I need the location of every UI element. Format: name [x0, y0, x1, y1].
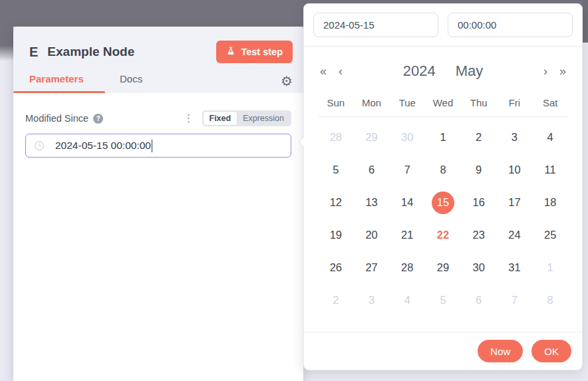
calendar-day[interactable]: 15 — [425, 186, 461, 219]
day-name: Thu — [461, 97, 497, 108]
ok-button[interactable]: OK — [531, 340, 571, 362]
calendar-day[interactable]: 22 — [425, 219, 461, 251]
calendar-day[interactable]: 5 — [425, 284, 461, 317]
now-button[interactable]: Now — [478, 340, 523, 362]
test-step-label: Test step — [241, 47, 283, 57]
parameters-area: Modified Since ? ⋮ Fixed Expression 2024… — [13, 93, 303, 158]
calendar-day[interactable]: 1 — [532, 251, 568, 284]
calendar-day[interactable]: 13 — [354, 186, 390, 219]
calendar-day[interactable]: 29 — [354, 121, 390, 154]
calendar-day[interactable]: 1 — [425, 121, 461, 154]
calendar-day[interactable]: 2 — [318, 284, 354, 317]
picker-date-input[interactable] — [313, 13, 438, 37]
toggle-fixed[interactable]: Fixed — [204, 112, 237, 125]
parameter-header: Modified Since ? ⋮ Fixed Expression — [25, 110, 291, 126]
calendar-day[interactable]: 30 — [461, 251, 497, 284]
calendar-day[interactable]: 26 — [318, 251, 354, 284]
parameter-controls: ⋮ Fixed Expression — [182, 110, 292, 126]
calendar-day[interactable]: 3 — [354, 284, 390, 317]
day-name: Sat — [532, 97, 568, 108]
test-step-button[interactable]: Test step — [216, 41, 293, 63]
clock-icon — [34, 140, 45, 151]
tab-docs[interactable]: Docs — [120, 73, 142, 93]
picker-footer: Now OK — [304, 332, 582, 370]
calendar-day[interactable]: 2 — [461, 121, 497, 154]
canvas-overlay-right — [583, 0, 588, 43]
tab-parameters[interactable]: Parameters — [13, 73, 105, 93]
calendar-day[interactable]: 4 — [532, 121, 568, 154]
calendar-day[interactable]: 7 — [389, 154, 425, 186]
picker-nav: « ‹ 2024 May › » — [304, 47, 582, 88]
calendar-day[interactable]: 19 — [318, 219, 354, 251]
calendar-day[interactable]: 21 — [389, 219, 425, 251]
node-detail-panel: E Example Node Test step Parameters Docs… — [13, 27, 303, 381]
calendar-day[interactable]: 12 — [318, 186, 354, 219]
text-caret — [152, 140, 153, 152]
day-name: Mon — [354, 97, 390, 108]
calendar-day[interactable]: 25 — [532, 219, 568, 251]
day-name: Sun — [318, 97, 354, 108]
canvas-overlay-left — [0, 27, 13, 61]
node-icon: E — [29, 45, 38, 60]
calendar-day[interactable]: 7 — [497, 284, 533, 317]
day-name: Tue — [389, 97, 425, 108]
calendar-grid: 2829301234567891011121314151617181920212… — [304, 117, 582, 317]
help-icon[interactable]: ? — [93, 114, 103, 124]
calendar-day[interactable]: 5 — [318, 154, 354, 186]
calendar-day[interactable]: 18 — [532, 186, 568, 219]
parameter-label: Modified Since — [25, 113, 88, 124]
calendar-day[interactable]: 20 — [354, 219, 390, 251]
calendar-day[interactable]: 30 — [389, 121, 425, 154]
tabs-row: Parameters Docs ⚙ — [13, 73, 303, 93]
calendar-day[interactable]: 8 — [425, 154, 461, 186]
calendar-day[interactable]: 6 — [461, 284, 497, 317]
options-kebab-icon[interactable]: ⋮ — [182, 112, 196, 125]
datetime-value: 2024-05-15 00:00:00 — [55, 140, 151, 152]
calendar-day[interactable]: 9 — [461, 154, 497, 186]
calendar-day[interactable]: 24 — [497, 219, 533, 251]
nav-center: 2024 May — [343, 63, 543, 80]
node-title: Example Node — [47, 45, 216, 59]
calendar-day[interactable]: 28 — [389, 251, 425, 284]
next-year-icon[interactable]: » — [559, 65, 566, 77]
nav-year-label[interactable]: 2024 — [403, 63, 436, 79]
nav-month-label[interactable]: May — [456, 63, 484, 79]
calendar-day[interactable]: 14 — [389, 186, 425, 219]
calendar-day[interactable]: 16 — [461, 186, 497, 219]
node-title-row: E Example Node Test step — [13, 40, 303, 64]
calendar-day[interactable]: 3 — [497, 121, 533, 154]
calendar-day-names: SunMonTueWedThuFriSat — [304, 88, 582, 116]
day-name: Wed — [425, 97, 461, 108]
calendar-day[interactable]: 8 — [532, 284, 568, 317]
calendar-day[interactable]: 6 — [354, 154, 390, 186]
calendar-day[interactable]: 10 — [497, 154, 533, 186]
flask-icon — [226, 46, 235, 58]
calendar-day[interactable]: 27 — [354, 251, 390, 284]
next-month-icon[interactable]: › — [543, 65, 547, 77]
node-header: E Example Node Test step Parameters Docs… — [13, 27, 303, 93]
prev-year-icon[interactable]: « — [320, 65, 327, 77]
calendar-day[interactable]: 4 — [389, 284, 425, 317]
calendar-day[interactable]: 29 — [425, 251, 461, 284]
picker-time-input[interactable] — [448, 13, 573, 37]
calendar-day[interactable]: 23 — [461, 219, 497, 251]
day-name: Fri — [497, 97, 533, 108]
toggle-expression[interactable]: Expression — [237, 112, 290, 125]
calendar-day[interactable]: 28 — [318, 121, 354, 154]
gear-icon[interactable]: ⚙ — [281, 74, 303, 93]
datetime-input[interactable]: 2024-05-15 00:00:00 — [25, 134, 291, 158]
fixed-expression-toggle: Fixed Expression — [202, 110, 292, 126]
calendar-day[interactable]: 11 — [532, 154, 568, 186]
picker-inputs-row — [304, 4, 582, 47]
calendar-day[interactable]: 31 — [497, 251, 533, 284]
date-picker-popover: « ‹ 2024 May › » SunMonTueWedThuFriSat 2… — [303, 3, 583, 370]
calendar-day[interactable]: 17 — [497, 186, 533, 219]
